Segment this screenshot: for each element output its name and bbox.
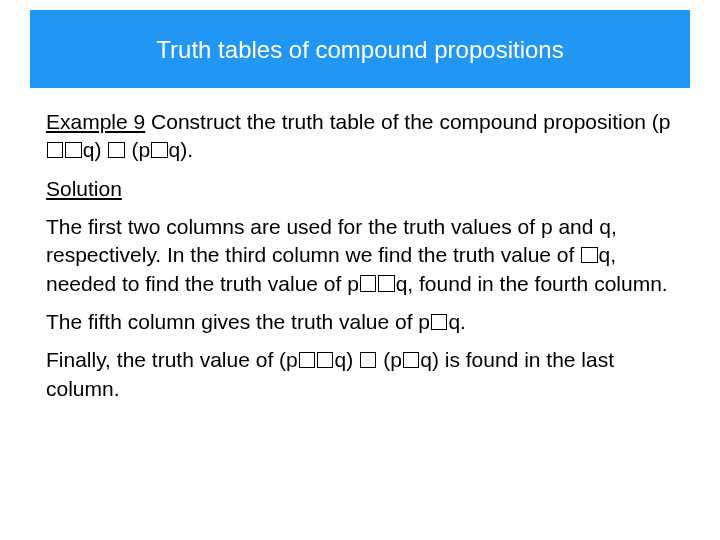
slide-title-banner: Truth tables of compound propositions: [30, 10, 690, 88]
placeholder-glyph-icon: [431, 314, 447, 330]
p3-text-c: (p: [377, 348, 402, 371]
p2-text-b: q.: [448, 310, 466, 333]
solution-label-paragraph: Solution: [46, 175, 674, 203]
placeholder-glyph-icon: [403, 352, 419, 368]
p3-text-a: Finally, the truth value of (p: [46, 348, 298, 371]
placeholder-glyph-icon: [151, 142, 167, 158]
example-text-2: q): [83, 138, 108, 161]
placeholder-glyph-icon: [581, 247, 597, 263]
placeholder-glyph-icon: [317, 352, 333, 368]
placeholder-glyph-icon: [360, 275, 376, 291]
placeholder-glyph-icon: [299, 352, 315, 368]
p1-text-a: The first two columns are used for the t…: [46, 215, 617, 266]
placeholder-glyph-icon: [378, 275, 394, 291]
example-label: Example 9: [46, 110, 145, 133]
placeholder-glyph-icon: [47, 142, 63, 158]
solution-paragraph-3: Finally, the truth value of (pq) (pq) is…: [46, 346, 674, 403]
example-text-3: (p: [126, 138, 151, 161]
example-text-1: Construct the truth table of the compoun…: [145, 110, 670, 133]
slide-title: Truth tables of compound propositions: [156, 36, 563, 63]
p2-text-a: The fifth column gives the truth value o…: [46, 310, 430, 333]
example-text-4: q).: [169, 138, 194, 161]
p1-text-c: q, found in the fourth column.: [396, 272, 668, 295]
placeholder-glyph-icon: [65, 142, 81, 158]
solution-paragraph-2: The fifth column gives the truth value o…: [46, 308, 674, 336]
slide-body: Example 9 Construct the truth table of t…: [46, 108, 674, 403]
solution-paragraph-1: The first two columns are used for the t…: [46, 213, 674, 298]
placeholder-glyph-icon: [360, 352, 376, 368]
p3-text-b: q): [334, 348, 359, 371]
example-paragraph: Example 9 Construct the truth table of t…: [46, 108, 674, 165]
placeholder-glyph-icon: [108, 142, 124, 158]
solution-label: Solution: [46, 177, 122, 200]
